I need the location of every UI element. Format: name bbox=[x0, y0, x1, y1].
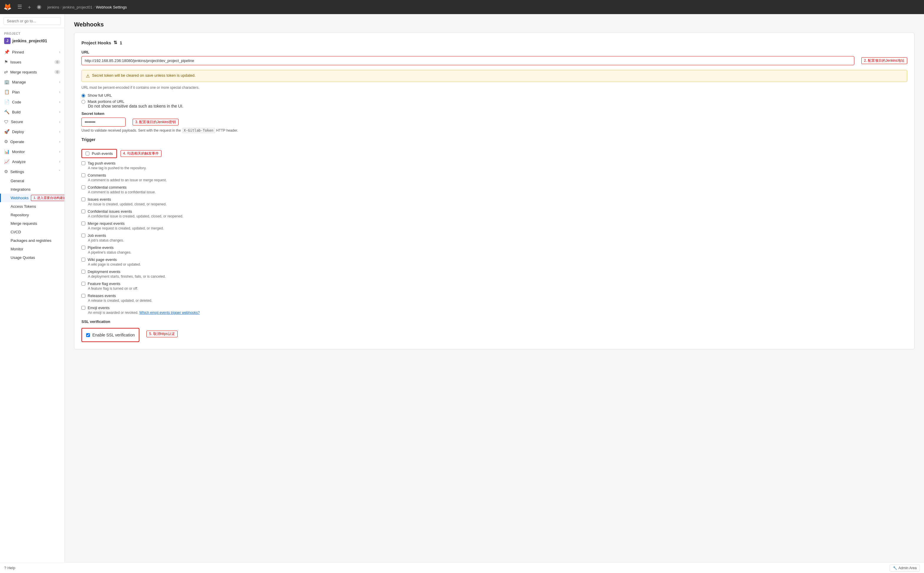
sidebar-item-merge-requests-settings[interactable]: Merge requests bbox=[0, 219, 64, 228]
chevron-down-icon: ˅ bbox=[58, 169, 60, 174]
sidebar-item-pinned[interactable]: 📌Pinned › bbox=[0, 47, 64, 57]
trigger-job-events: Job events A job's status changes. bbox=[82, 233, 907, 243]
sidebar-item-repository[interactable]: Repository bbox=[0, 211, 64, 219]
breadcrumb-jenkins[interactable]: jenkins bbox=[47, 5, 59, 9]
wiki-page-events-checkbox[interactable] bbox=[82, 258, 85, 261]
sidebar-item-monitor[interactable]: 📊Monitor › bbox=[0, 147, 64, 157]
help-link[interactable]: ? Help bbox=[4, 566, 15, 570]
sidebar-project-name[interactable]: J jenkins_project01 bbox=[0, 36, 64, 47]
job-events-checkbox[interactable] bbox=[82, 233, 85, 238]
pipeline-events-checkbox[interactable] bbox=[82, 246, 85, 249]
project-hooks-header: Project Hooks ⇅ 1 bbox=[82, 40, 907, 45]
sidebar-item-analyze[interactable]: 📈Analyze › bbox=[0, 157, 64, 167]
secure-label: Secure bbox=[11, 120, 23, 124]
sidebar-item-code[interactable]: 📄Code › bbox=[0, 97, 64, 107]
sidebar-item-integrations[interactable]: Integrations bbox=[0, 185, 64, 194]
confidential-comments-checkbox[interactable] bbox=[82, 185, 85, 189]
confidential-issues-label: Confidential issues events bbox=[88, 209, 132, 214]
chevron-icon: › bbox=[59, 130, 60, 134]
confidential-comments-label: Confidential comments bbox=[88, 185, 127, 189]
issues-label: Issues bbox=[10, 60, 22, 64]
push-events-label: Push events bbox=[92, 151, 113, 156]
issues-badge: 0 bbox=[54, 60, 60, 64]
code-label: Code bbox=[12, 100, 21, 104]
trigger-emoji-events: Emoji events An emoji is awarded or revo… bbox=[82, 305, 907, 315]
merge-request-events-label: Merge request events bbox=[88, 221, 125, 225]
mask-url-option[interactable]: Mask portions of URL bbox=[82, 99, 907, 104]
show-full-url-option[interactable]: Show full URL bbox=[82, 93, 907, 97]
sidebar-project-label: Project bbox=[0, 28, 64, 36]
hooks-count: 1 bbox=[120, 40, 122, 45]
trigger-section: Trigger Push events 4. 勾选相关的触发事件 bbox=[82, 137, 907, 342]
search-input[interactable] bbox=[3, 17, 61, 25]
page-title: Webhooks bbox=[74, 21, 915, 28]
show-full-url-radio[interactable] bbox=[82, 94, 85, 97]
ssl-checkbox[interactable] bbox=[86, 333, 90, 337]
push-events-box[interactable]: Push events bbox=[82, 149, 117, 158]
sidebar-item-merge-requests[interactable]: ⇄Merge requests 0 bbox=[0, 67, 64, 77]
admin-label: Admin Area bbox=[899, 566, 917, 570]
pinned-label: Pinned bbox=[12, 50, 24, 54]
sidebar-item-manage[interactable]: 🏢Manage › bbox=[0, 77, 64, 87]
sidebar-item-webhooks[interactable]: Webhooks 1. 进入需要自动构建的项目配置页 bbox=[0, 194, 64, 202]
sidebar-item-monitor-settings[interactable]: Monitor bbox=[0, 245, 64, 253]
sidebar-item-settings[interactable]: ⚙Settings ˅ bbox=[0, 167, 64, 177]
sidebar-item-access-tokens[interactable]: Access Tokens bbox=[0, 202, 64, 211]
tag-push-events-desc: A new tag is pushed to the repository. bbox=[88, 166, 907, 170]
push-events-checkbox[interactable] bbox=[86, 152, 89, 155]
chevron-icon: › bbox=[59, 50, 60, 54]
sidebar-item-deploy[interactable]: 🚀Deploy › bbox=[0, 127, 64, 137]
gitlab-logo: 🦊 bbox=[3, 3, 11, 11]
trigger-label: Trigger bbox=[82, 137, 95, 142]
admin-area-button[interactable]: 🔧 Admin Area bbox=[889, 565, 920, 571]
merge-request-events-checkbox[interactable] bbox=[82, 222, 85, 225]
comments-checkbox[interactable] bbox=[82, 173, 85, 177]
monitor-label: Monitor bbox=[12, 150, 25, 154]
admin-icon: 🔧 bbox=[893, 566, 897, 570]
sidebar-item-cicd[interactable]: CI/CD bbox=[0, 228, 64, 236]
trigger-releases-events: Releases events A release is created, up… bbox=[82, 294, 907, 303]
issues-events-checkbox[interactable] bbox=[82, 197, 85, 201]
emoji-events-link[interactable]: Which emoji events trigger webhooks? bbox=[140, 311, 200, 315]
emoji-events-desc: An emoji is awarded or revoked. Which em… bbox=[88, 311, 907, 315]
url-form-group: URL 2. 配置项目的Jenkins地址 bbox=[82, 50, 907, 65]
secret-token-input[interactable] bbox=[82, 117, 126, 127]
sidebar-item-general[interactable]: General bbox=[0, 177, 64, 185]
job-events-label: Job events bbox=[88, 233, 106, 238]
job-events-desc: A job's status changes. bbox=[88, 238, 907, 243]
monitor-icon: 📊 bbox=[4, 149, 10, 154]
build-label: Build bbox=[12, 110, 20, 114]
sidebar: Project J jenkins_project01 📌Pinned › ⚑I… bbox=[0, 14, 65, 562]
new-item-icon[interactable]: ＋ bbox=[25, 2, 33, 12]
feature-flag-events-checkbox[interactable] bbox=[82, 282, 85, 286]
plan-icon: 📋 bbox=[4, 89, 10, 95]
tag-push-events-checkbox[interactable] bbox=[82, 161, 85, 165]
sidebar-item-operate[interactable]: ⚙Operate › bbox=[0, 137, 64, 147]
mask-url-radio[interactable] bbox=[82, 100, 85, 104]
confidential-issues-checkbox[interactable] bbox=[82, 210, 85, 213]
merge-label: Merge requests bbox=[10, 70, 37, 74]
sidebar-item-build[interactable]: 🔨Build › bbox=[0, 107, 64, 117]
sidebar-item-secure[interactable]: 🛡Secure › bbox=[0, 117, 64, 127]
sidebar-item-packages-registries[interactable]: Packages and registries bbox=[0, 236, 64, 245]
sidebar-item-plan[interactable]: 📋Plan › bbox=[0, 87, 64, 97]
sidebar-toggle-icon[interactable]: ☰ bbox=[16, 2, 23, 12]
analyze-icon: 📈 bbox=[4, 159, 10, 164]
emoji-events-checkbox[interactable] bbox=[82, 306, 85, 310]
chevron-icon: › bbox=[59, 160, 60, 164]
sidebar-item-usage-quotas[interactable]: Usage Quotas bbox=[0, 253, 64, 262]
project-name-label: jenkins_project01 bbox=[13, 39, 47, 43]
breadcrumb-project[interactable]: jenkins_project01 bbox=[63, 5, 93, 9]
releases-events-checkbox[interactable] bbox=[82, 294, 85, 297]
deployment-events-checkbox[interactable] bbox=[82, 270, 85, 274]
secure-icon: 🛡 bbox=[4, 119, 8, 124]
activity-icon[interactable]: ◉ bbox=[36, 2, 42, 12]
trigger-confidential-comments: Confidential comments A comment is added… bbox=[82, 185, 907, 194]
chevron-icon: › bbox=[59, 90, 60, 94]
pipeline-events-label: Pipeline events bbox=[88, 245, 113, 250]
url-input[interactable] bbox=[82, 56, 854, 65]
sidebar-item-issues[interactable]: ⚑Issues 0 bbox=[0, 57, 64, 67]
secret-token-group: Secret token 3. 配置项目的Jenkins密钥 Used to v… bbox=[82, 111, 907, 133]
ssl-annotation: 5. 取消https认证 bbox=[146, 330, 177, 337]
issues-events-desc: An issue is created, updated, closed, or… bbox=[88, 202, 907, 206]
